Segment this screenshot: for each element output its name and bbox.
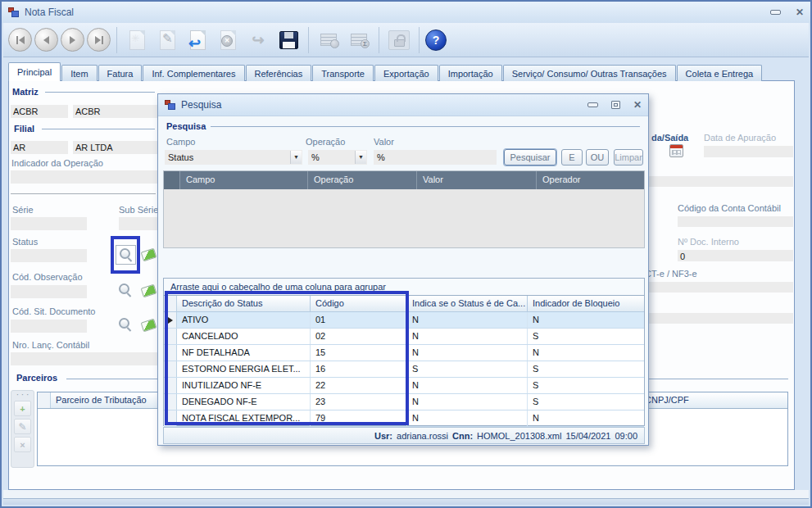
undo-button[interactable]: ↩	[184, 26, 211, 54]
cell-cadastro[interactable]: N	[407, 329, 528, 344]
first-record-button[interactable]	[8, 28, 32, 52]
tab-inf-complementares[interactable]: Inf. Complementares	[143, 65, 244, 81]
tab-principal[interactable]: Principal	[8, 62, 61, 81]
cell-desc[interactable]: NF DETALHADA	[177, 345, 311, 361]
dialog-close-icon[interactable]: ✕	[633, 100, 642, 110]
result-row[interactable]: NF DETALHADA 15 N N	[164, 345, 644, 361]
cod-sit-documento-field[interactable]	[11, 320, 87, 333]
cell-cadastro[interactable]: N	[407, 312, 528, 328]
tab-coleta-entrega[interactable]: Coleta e Entrega	[677, 65, 763, 81]
last-record-button[interactable]	[87, 28, 111, 52]
summary-table-button[interactable]: Σ	[345, 26, 373, 54]
minimize-icon[interactable]	[770, 10, 781, 15]
sub-serie-field[interactable]	[119, 217, 158, 230]
lock-button[interactable]	[385, 26, 413, 54]
parceiro-delete-button[interactable]: ×	[14, 437, 31, 452]
dialog-minimize-icon[interactable]	[587, 102, 598, 107]
grip-icon[interactable]: · · ·	[16, 392, 29, 398]
tab-servico-consumo[interactable]: Serviço/ Consumo/ Outras Transações	[503, 65, 676, 81]
cell-bloqueio[interactable]: N	[528, 312, 644, 328]
ou-button[interactable]: OU	[586, 149, 609, 166]
campo-combobox[interactable]: Status▼	[165, 150, 302, 165]
status-lookup-button[interactable]	[116, 245, 136, 265]
data-apuracao-field[interactable]	[704, 146, 793, 157]
cod-observacao-field[interactable]	[11, 285, 87, 298]
result-row[interactable]: ATIVO 01 N N	[164, 312, 644, 329]
col-cnpj-cpf[interactable]: CNPJ/CPF	[640, 392, 787, 408]
chevron-down-icon[interactable]: ▼	[355, 151, 366, 164]
status-field[interactable]	[11, 249, 87, 262]
serie-field[interactable]	[11, 217, 87, 230]
cell-desc[interactable]: DENEGADO NF-E	[177, 394, 311, 410]
cell-codigo[interactable]: 02	[311, 329, 407, 344]
post-table-button[interactable]	[315, 26, 342, 54]
result-row[interactable]: CANCELADO 02 N S	[164, 329, 644, 345]
doc-interno-field[interactable]: 0	[678, 250, 793, 261]
dialog-maximize-icon[interactable]	[611, 101, 620, 109]
groupby-band[interactable]: Arraste aqui o cabeçalho de uma coluna p…	[163, 278, 645, 296]
cod-sit-documento-lookup-icon[interactable]	[118, 317, 133, 332]
parceiro-edit-button[interactable]: ✎	[14, 419, 31, 434]
result-row[interactable]: DENEGADO NF-E 23 N S	[164, 394, 644, 410]
limpar-button[interactable]: Limpar	[614, 149, 643, 166]
chevron-down-icon[interactable]: ▼	[290, 151, 302, 164]
cell-codigo[interactable]: 01	[311, 312, 407, 328]
parceiro-add-button[interactable]: +	[14, 401, 31, 416]
cell-desc[interactable]: CANCELADO	[177, 329, 311, 344]
codigo-conta-field[interactable]	[678, 216, 793, 227]
result-row[interactable]: NOTA FISCAL EXTEMPOR... 79 N N	[164, 410, 644, 427]
cancel-button[interactable]: ✕	[214, 26, 242, 54]
matriz-name-field[interactable]: ACBR	[73, 105, 157, 118]
edit-document-button[interactable]: ✎	[153, 26, 181, 54]
cell-cadastro[interactable]: N	[407, 378, 528, 393]
cell-desc[interactable]: INUTILIZADO NF-E	[177, 378, 311, 393]
close-icon[interactable]: ✕	[796, 7, 804, 17]
cod-observacao-lookup-icon[interactable]	[118, 283, 133, 297]
operacao-combobox[interactable]: %▼	[308, 150, 367, 165]
indicador-operacao-field[interactable]	[11, 170, 157, 184]
tab-transporte[interactable]: Transporte	[312, 65, 374, 81]
cell-codigo[interactable]: 79	[311, 410, 407, 426]
cell-codigo[interactable]: 22	[311, 378, 407, 393]
new-document-button[interactable]: ✳	[123, 26, 151, 54]
cell-codigo[interactable]: 23	[311, 394, 407, 410]
cell-bloqueio[interactable]: S	[528, 394, 644, 410]
cell-desc[interactable]: ATIVO	[177, 312, 311, 328]
cell-bloqueio[interactable]: N	[528, 410, 644, 426]
result-row[interactable]: INUTILIZADO NF-E 22 N S	[164, 378, 644, 394]
filial-code-field[interactable]: AR	[11, 141, 68, 154]
col-operador[interactable]: Operador	[537, 171, 644, 189]
cell-cadastro[interactable]: S	[407, 361, 528, 377]
cod-sit-documento-clear-icon[interactable]	[141, 319, 157, 333]
calendar-icon[interactable]	[669, 144, 683, 157]
e-button[interactable]: E	[561, 149, 583, 166]
status-clear-icon[interactable]	[141, 248, 157, 262]
col-operacao[interactable]: Operação	[308, 171, 417, 189]
previous-record-button[interactable]	[34, 28, 58, 52]
cell-codigo[interactable]: 15	[311, 345, 407, 361]
tab-fatura[interactable]: Fatura	[98, 65, 143, 81]
cell-bloqueio[interactable]: S	[528, 329, 644, 344]
result-row[interactable]: ESTORNO ENERGIA ELET... 16 S S	[164, 361, 644, 378]
pesquisar-button[interactable]: Pesquisar	[504, 149, 556, 166]
col-descricao-status[interactable]: Descrição do Status	[177, 296, 311, 311]
cell-codigo[interactable]: 16	[311, 361, 407, 377]
help-button[interactable]: ?	[425, 29, 447, 51]
tab-exportacao[interactable]: Exportação	[374, 65, 438, 81]
cell-desc[interactable]: ESTORNO ENERGIA ELET...	[177, 361, 311, 377]
tab-item[interactable]: Item	[61, 65, 97, 81]
cod-observacao-clear-icon[interactable]	[141, 284, 157, 298]
cell-desc[interactable]: NOTA FISCAL EXTEMPOR...	[177, 410, 311, 426]
next-record-button[interactable]	[61, 28, 84, 52]
cell-cadastro[interactable]: N	[407, 410, 528, 426]
matriz-code-field[interactable]: ACBR	[11, 105, 68, 118]
col-codigo[interactable]: Código	[311, 296, 407, 311]
save-button[interactable]	[274, 26, 302, 54]
cell-bloqueio[interactable]: S	[528, 378, 644, 393]
nro-lanc-contabil-field[interactable]	[11, 352, 157, 365]
redo-button[interactable]: ↪	[244, 26, 272, 54]
col-indica-cadastro[interactable]: Indica se o Status é de Ca...	[407, 296, 528, 311]
tab-importacao[interactable]: Importação	[439, 65, 502, 81]
cell-cadastro[interactable]: N	[407, 345, 528, 361]
cell-cadastro[interactable]: N	[407, 394, 528, 410]
